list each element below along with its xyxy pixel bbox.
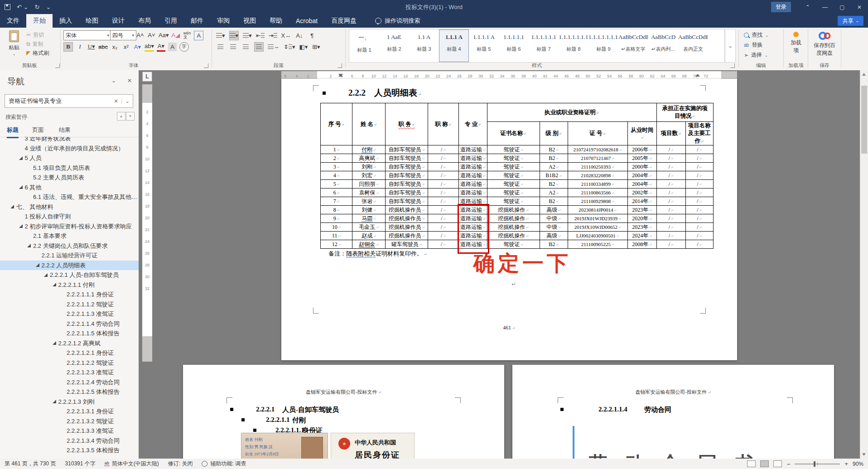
font-name-combo[interactable]: 宋体▾ [63,30,111,40]
nav-tree-item[interactable]: 2.1 基本要求 [0,231,139,241]
ribbon-tab[interactable]: 插入 [53,14,79,28]
nav-tree-item[interactable]: 3 近年财务状况表 [0,137,139,144]
ribbon-tab[interactable]: 引用 [158,14,184,28]
vertical-ruler[interactable]: 2468101214161820222426283032 [142,84,152,362]
ribbon-tab[interactable]: 设计 [105,14,131,28]
print-layout-icon[interactable] [760,460,769,467]
copy-button[interactable]: ⧉复制 [26,39,43,48]
nav-tree-item[interactable]: 2.2.1 运输经营许可证 [0,251,139,261]
nav-tree-item[interactable]: 2.2.2.1.3.5 体检报告 [0,445,139,455]
paragraph-dialog-launcher-icon[interactable] [338,63,342,68]
align-right-icon[interactable] [241,43,250,51]
web-layout-icon[interactable] [773,460,782,467]
login-button[interactable]: 登录 [771,2,791,12]
style-chip[interactable]: 1.1.1.1.1.1.1 标题 8 [559,29,588,62]
nav-tree-item[interactable]: 2.2.2.1.2 高爽斌 [0,338,139,348]
close-navigation-icon[interactable]: ✕ [127,77,132,84]
nav-tree-item[interactable]: 2 初步评审响应资料-投标人资格要求响应 [0,222,139,232]
ribbon-tab[interactable]: 审阅 [210,14,236,28]
style-chip[interactable]: 1.1.1.1.1 标题 6 [499,29,529,62]
page-indicator[interactable]: 第 461 页，共 730 页 [5,460,56,468]
line-spacing-icon[interactable]: ⇕▾ [284,43,295,51]
nav-tree-item[interactable]: 2.2.2.1.3.3 准驾证 [0,426,139,436]
borders-icon[interactable]: ⊞▾ [312,43,320,51]
clipboard-dialog-launcher-icon[interactable] [55,63,60,68]
ribbon-tab[interactable]: 绘图 [79,14,105,28]
nav-tree-item[interactable]: 2.2.2.1.1.3 准驾证 [0,309,139,319]
format-painter-button[interactable]: ◤格式刷 [26,48,49,58]
nav-tree-item[interactable]: 2.2.2.1.2.4 劳动合同 [0,377,139,387]
align-left-icon[interactable] [216,43,225,51]
nav-tree-item[interactable]: 4 业绩（近年承担的项目及完成情况） [0,144,139,154]
replace-button[interactable]: ab替换 [744,40,762,50]
tell-me-search[interactable]: 操作说明搜索 [375,14,420,28]
clear-formatting-icon[interactable]: A◢ [171,31,180,39]
expand-triangle-icon[interactable] [53,341,56,345]
style-chip[interactable]: 1.1.1.1.1.1.1.1 标题 9 [588,29,618,62]
zoom-slider[interactable] [795,464,840,464]
nav-tree-item[interactable]: 2.2.2.1.2.3 准驾证 [0,367,139,377]
find-button[interactable]: 查找⌄ [744,30,769,40]
italic-button[interactable]: I [76,43,84,51]
track-changes-indicator[interactable]: 修订: 关闭 [168,460,193,468]
nav-tree-item[interactable]: 2.2.2.1.2.1 身份证 [0,348,139,358]
sort-icon[interactable]: A↓ [295,31,304,40]
style-chip[interactable]: 1.1.1 A 标题 4 [439,29,469,62]
nav-tree-item[interactable]: 2.2.2.1.2.2 驾驶证 [0,358,139,368]
highlight-color-icon[interactable]: ab▾ [145,42,154,52]
style-chip[interactable]: AaBbCcDdE 表内正文 [678,29,708,62]
language-indicator[interactable]: ab 简体中文(中国大陆) [105,460,159,468]
zoom-out-icon[interactable]: − [786,460,790,468]
nav-tree-item[interactable]: 2.2.2.1.1.5 体检报告 [0,329,139,338]
nav-tree-item[interactable]: 2.2.2.1.3.1 身份证 [0,406,139,416]
ribbon-tab[interactable]: 视图 [236,14,263,28]
align-center-icon[interactable] [229,43,237,51]
style-chip[interactable]: 1.1.1.1 A 标题 5 [469,29,499,62]
multilevel-list-icon[interactable]: ▾ [243,31,252,40]
nav-tab-1[interactable]: 标题 [7,126,19,138]
next-result-icon[interactable]: ▼ [126,112,135,121]
nav-tree-item[interactable]: 2.2.2.1.1.2 驾驶证 [0,300,139,309]
expand-triangle-icon[interactable] [53,400,56,403]
ribbon-tab[interactable]: Acrobat [289,14,324,28]
expand-triangle-icon[interactable] [36,263,39,267]
expand-triangle-icon[interactable] [27,244,31,247]
clear-search-icon[interactable]: ✕ [111,98,121,104]
share-button[interactable]: 共享⌄ [838,16,863,26]
accessibility-indicator[interactable]: 辅助功能: 调查 [202,460,246,468]
page-461[interactable]: 2.2.2人员明细表 序 号姓 名职 务职 称专 业执业或职业资格证明承担正在实… [281,79,737,360]
style-chip[interactable]: AaBbCcDdE ↵表格文字 [618,29,648,62]
nav-tree-item[interactable]: 2.2 关键岗位人员和队伍要求 [0,241,139,251]
cut-button[interactable]: ✂剪切 [26,30,44,39]
expand-triangle-icon[interactable] [44,273,48,277]
scroll-up-icon[interactable] [862,73,866,76]
read-mode-icon[interactable] [747,460,756,467]
baidu-save-button[interactable]: 保存到百度网盘 [811,29,838,62]
nav-tree-item[interactable]: 2.2.2.1.2.5 体检报告 [0,387,139,397]
page-463[interactable]: 盘锦军安运输有限公司-投标文件 2.2.2.1.1.4劳动合同 劳 动 合 同 … [512,365,834,459]
previous-result-icon[interactable]: ▲ [117,112,125,121]
nav-tree-item[interactable]: 5.1 项目负责人简历表 [0,163,139,173]
nav-tree-item[interactable]: 2.2.2.1.1.1 身份证 [0,290,139,300]
font-size-combo[interactable]: 四号▾ [110,30,136,40]
style-chip[interactable]: 1.1 A 标题 3 [409,29,439,62]
note-link[interactable]: 随表附相关 [346,250,376,257]
underline-button[interactable]: U▾ [87,43,96,51]
chevron-down-icon[interactable]: ⌄ [111,77,116,84]
expand-triangle-icon[interactable] [10,205,14,208]
search-options-icon[interactable]: ⌄ [121,98,133,104]
increase-indent-icon[interactable]: ⇥ [269,31,277,40]
tab-stop-selector[interactable]: L [142,72,152,82]
search-input[interactable] [5,98,111,105]
ribbon-tab[interactable]: 布局 [131,14,158,28]
style-chip[interactable]: AaBbCcD ↵表内列... [648,29,678,62]
nav-tree-item[interactable]: 2.2.2.1.1 付刚 [0,280,139,290]
enclose-characters-icon[interactable]: 字 [179,42,189,52]
asian-layout-icon[interactable]: X↔ [281,31,291,40]
nav-tab-3[interactable]: 结果 [59,126,71,137]
scrollbar-thumb[interactable] [861,86,867,154]
word-count[interactable]: 310391 个字 [65,460,95,468]
expand-triangle-icon[interactable] [53,283,56,286]
nav-tree-item[interactable]: 2.2.2.1.1.4 劳动合同 [0,319,139,329]
personnel-table[interactable]: 序 号姓 名职 务职 称专 业执业或职业资格证明承担正在实施的项目情况证书名称级… [320,103,714,249]
